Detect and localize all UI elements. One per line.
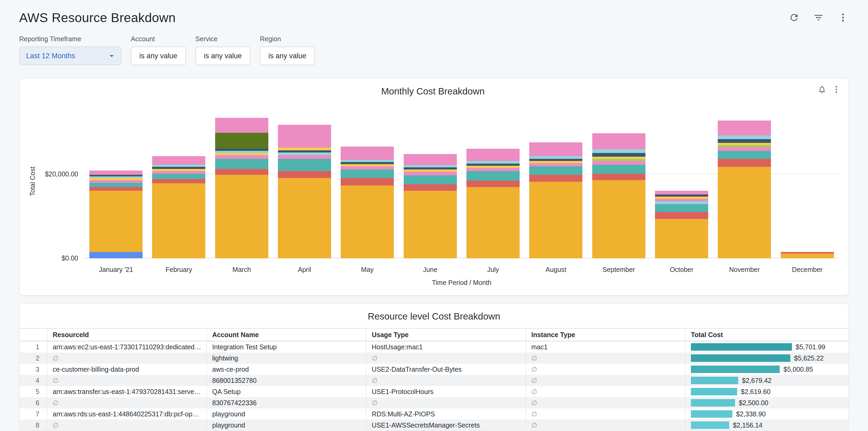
total-cost-cell[interactable]: $5,000.85: [686, 364, 848, 375]
bar-segment[interactable]: [404, 175, 457, 184]
stacked-bar-may[interactable]: [341, 147, 394, 258]
bar-segment[interactable]: [278, 152, 331, 155]
bar-segment[interactable]: [718, 145, 771, 147]
bar-segment[interactable]: [404, 172, 457, 175]
stacked-bar-march[interactable]: [215, 118, 268, 258]
total-cost-bar[interactable]: [691, 366, 780, 373]
total-cost-cell[interactable]: $2,679.42: [686, 375, 848, 386]
more-menu-icon[interactable]: [837, 12, 849, 23]
bar-segment[interactable]: [466, 171, 520, 181]
bar-segment[interactable]: [215, 155, 268, 159]
total-cost-bar[interactable]: [691, 343, 792, 351]
bar-segment[interactable]: [529, 156, 582, 159]
bar-segment[interactable]: [278, 148, 331, 150]
filter-icon[interactable]: [813, 12, 825, 23]
bar-segment[interactable]: [404, 191, 457, 258]
stacked-bar-november[interactable]: [718, 121, 771, 258]
instance-type-cell[interactable]: ∅: [526, 397, 686, 408]
bar-segment[interactable]: [89, 178, 143, 180]
bar-segment[interactable]: [215, 175, 268, 258]
instance-type-cell[interactable]: ∅: [526, 352, 686, 364]
bar-segment[interactable]: [404, 154, 457, 165]
bar-segment[interactable]: [718, 167, 771, 258]
usage-type-cell[interactable]: USE2-DataTransfer-Out-Bytes: [367, 364, 526, 375]
bar-segment[interactable]: [466, 181, 520, 187]
bar-segment[interactable]: [89, 171, 143, 175]
bar-segment[interactable]: [592, 133, 645, 149]
bar-segment[interactable]: [718, 135, 771, 139]
account-name-cell[interactable]: lightwing: [207, 352, 367, 364]
bar-segment[interactable]: [781, 253, 834, 258]
bar-segment[interactable]: [655, 191, 708, 194]
resource-id-cell[interactable]: arn:aws:transfer:us-east-1:479370281431:…: [47, 386, 207, 397]
instance-type-cell[interactable]: ∅: [526, 364, 686, 375]
bar-segment[interactable]: [529, 142, 582, 156]
bar-segment[interactable]: [341, 162, 394, 164]
stacked-bar-june[interactable]: [404, 154, 457, 258]
stacked-bar-september[interactable]: [592, 133, 645, 258]
bar-segment[interactable]: [529, 166, 582, 175]
bar-segment[interactable]: [278, 155, 331, 159]
usage-type-cell[interactable]: ∅: [367, 375, 526, 386]
alert-bell-icon[interactable]: [817, 85, 827, 94]
stacked-bar-october[interactable]: [655, 191, 708, 258]
stacked-bar-august[interactable]: [529, 142, 582, 258]
bar-segment[interactable]: [278, 150, 331, 152]
bar-segment[interactable]: [215, 149, 268, 151]
table-header-total-cost[interactable]: Total Cost: [686, 329, 848, 341]
stacked-bar-january-21[interactable]: [89, 171, 143, 258]
region-filter-button[interactable]: is any value: [260, 47, 315, 65]
resource-id-cell[interactable]: ∅: [47, 420, 207, 431]
total-cost-bar[interactable]: [691, 377, 738, 384]
bar-segment[interactable]: [152, 174, 205, 179]
bar-segment[interactable]: [152, 156, 205, 165]
instance-type-cell[interactable]: ∅: [526, 375, 686, 386]
total-cost-cell[interactable]: $2,338.90: [686, 408, 848, 420]
total-cost-bar[interactable]: [691, 399, 735, 406]
table-header-usage-type[interactable]: Usage Type: [367, 329, 526, 341]
bar-segment[interactable]: [341, 170, 394, 178]
bar-segment[interactable]: [341, 178, 394, 185]
bar-segment[interactable]: [341, 185, 394, 258]
bar-segment[interactable]: [466, 161, 520, 164]
bar-segment[interactable]: [466, 166, 520, 168]
resource-id-cell[interactable]: arn:aws:ec2:us-east-1:733017110293:dedic…: [47, 341, 207, 352]
bar-segment[interactable]: [529, 161, 582, 163]
bar-segment[interactable]: [466, 149, 520, 161]
bar-segment[interactable]: [466, 164, 520, 166]
bar-segment[interactable]: [655, 196, 708, 199]
usage-type-cell[interactable]: ∅: [367, 352, 526, 364]
instance-type-cell[interactable]: ∅: [526, 386, 686, 397]
bar-segment[interactable]: [718, 121, 771, 135]
bar-segment[interactable]: [89, 183, 143, 187]
total-cost-bar[interactable]: [691, 422, 729, 429]
account-name-cell[interactable]: 868001352780: [207, 375, 367, 386]
bar-segment[interactable]: [278, 171, 331, 178]
bar-segment[interactable]: [718, 151, 771, 159]
bar-segment[interactable]: [529, 163, 582, 166]
account-name-cell[interactable]: QA Setup: [207, 386, 367, 397]
bar-segment[interactable]: [718, 147, 771, 151]
bar-segment[interactable]: [466, 168, 520, 171]
resource-id-cell[interactable]: ∅: [47, 352, 207, 364]
chart-more-menu-icon[interactable]: [832, 85, 841, 94]
service-filter-button[interactable]: is any value: [195, 47, 250, 65]
total-cost-cell[interactable]: $2,619.60: [686, 386, 848, 397]
bar-segment[interactable]: [278, 159, 331, 171]
bar-segment[interactable]: [341, 160, 394, 162]
bar-segment[interactable]: [215, 159, 268, 169]
bar-segment[interactable]: [718, 143, 771, 145]
instance-type-cell[interactable]: ∅: [526, 420, 686, 431]
bar-segment[interactable]: [655, 204, 708, 212]
bar-segment[interactable]: [152, 165, 205, 167]
bar-segment[interactable]: [215, 151, 268, 153]
bar-segment[interactable]: [152, 183, 205, 258]
bar-segment[interactable]: [89, 180, 143, 183]
bar-segment[interactable]: [655, 219, 708, 258]
bar-segment[interactable]: [592, 149, 645, 153]
total-cost-cell[interactable]: $2,500.00: [686, 397, 848, 408]
bar-segment[interactable]: [89, 252, 143, 258]
account-name-cell[interactable]: Integration Test Setup: [207, 341, 367, 352]
bar-segment[interactable]: [592, 157, 645, 159]
bar-segment[interactable]: [529, 175, 582, 182]
